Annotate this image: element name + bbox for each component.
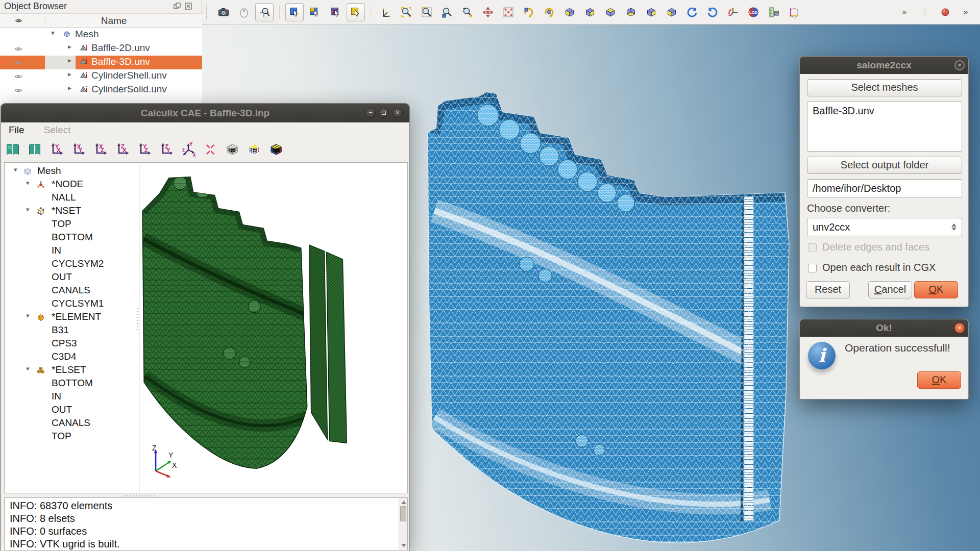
baffle-3d-mesh-green[interactable]: Z Y X [139, 163, 407, 493]
undock-panel-icon[interactable] [174, 3, 181, 10]
front-view-icon[interactable] [560, 3, 579, 21]
select-meshes-button[interactable]: Select meshes [807, 79, 962, 96]
ok-button[interactable]: OK [917, 371, 961, 389]
tree-item[interactable]: TOP [5, 431, 139, 444]
fit-view-icon[interactable] [203, 142, 218, 157]
surface-edges-view-icon[interactable] [268, 142, 284, 157]
salome2ccx-titlebar[interactable]: salome2ccx × [800, 57, 968, 74]
close-dialog-icon[interactable]: × [954, 60, 965, 70]
scroll-down-icon[interactable] [401, 544, 406, 547]
horizontal-splitter[interactable] [124, 495, 156, 496]
rotate-right-icon[interactable] [703, 3, 722, 21]
visibility-eye-icon[interactable] [14, 86, 23, 95]
scroll-thumb[interactable] [400, 506, 406, 521]
toolbar-handle-icon[interactable] [916, 3, 934, 21]
tree-item[interactable]: OUT [5, 404, 139, 417]
reset-button[interactable]: Reset [806, 281, 850, 298]
expander-icon[interactable]: ▸ [68, 42, 71, 51]
tree-item[interactable]: ▾Mesh [5, 165, 139, 179]
expander-icon[interactable]: ▸ [68, 56, 71, 64]
open-inp-icon[interactable] [5, 142, 20, 157]
tree-item[interactable]: OUT [5, 271, 139, 285]
view-iso-icon[interactable]: Yzx [181, 142, 196, 157]
rotation-point-icon[interactable] [540, 3, 558, 21]
zoom-in-icon[interactable] [458, 3, 477, 21]
open-inp-alt-icon[interactable] [27, 142, 42, 157]
name-column-header[interactable]: Name [45, 14, 183, 28]
view-xz-icon[interactable]: XZ [93, 142, 108, 157]
cancel-button[interactable]: Cancel [868, 281, 912, 298]
expander-icon[interactable]: ▾ [26, 312, 30, 319]
pan-icon[interactable] [479, 3, 497, 21]
expander-icon[interactable]: ▸ [68, 84, 71, 92]
tree-item[interactable]: CANALS [5, 417, 139, 431]
record-icon[interactable] [936, 3, 954, 21]
wireframe-view-icon[interactable] [225, 142, 240, 157]
ok-dialog-titlebar[interactable]: Ok! × [800, 319, 968, 337]
output-path-input[interactable]: /home/ihor/Desktop [807, 179, 962, 197]
scaling-icon[interactable] [765, 3, 783, 21]
surface-view-icon[interactable] [247, 142, 262, 157]
expander-icon[interactable]: ▾ [14, 166, 17, 173]
view-zx-icon[interactable]: ZX [115, 142, 130, 157]
open-cgx-checkbox[interactable] [808, 264, 817, 272]
zoom-area-icon[interactable] [397, 3, 415, 21]
calculix-3d-viewport[interactable]: Z Y X [139, 162, 408, 493]
spinner-arrows-icon[interactable] [951, 222, 957, 232]
object-browser-row[interactable]: ▾Mesh [0, 28, 202, 42]
expander-icon[interactable]: ▾ [26, 206, 30, 213]
focal-point-selection-icon[interactable] [255, 3, 274, 21]
tree-item[interactable]: NALL [5, 192, 139, 205]
converter-select[interactable]: unv2ccx [807, 218, 962, 236]
tree-item[interactable]: IN [5, 245, 139, 258]
bottom-view-icon[interactable] [622, 3, 640, 21]
zoom-out-icon[interactable] [438, 3, 456, 21]
expander-icon[interactable]: ▾ [26, 179, 30, 187]
view-yz-icon[interactable]: YZ [137, 142, 152, 157]
actor-selection-icon[interactable] [347, 3, 365, 21]
view-xy-icon[interactable]: XY [71, 142, 86, 157]
scroll-up-icon[interactable] [401, 500, 406, 504]
object-browser-row[interactable]: ▸Baffle-3D.unv [0, 56, 202, 69]
right-view-icon[interactable] [663, 3, 681, 21]
toolbar-extension-icon[interactable]: » [895, 3, 914, 21]
close-button[interactable]: × [393, 108, 403, 118]
tree-item[interactable]: BOTTOM [5, 232, 139, 245]
close-panel-icon[interactable] [185, 3, 192, 10]
maximize-button[interactable] [379, 108, 389, 118]
lod-icon[interactable]: LOD [744, 3, 763, 21]
back-view-icon[interactable] [581, 3, 599, 21]
dump-view-icon[interactable] [214, 3, 233, 21]
menu-file[interactable]: File [9, 124, 24, 136]
tree-item[interactable]: C3D4 [5, 351, 139, 364]
global-pan-icon[interactable] [499, 3, 518, 21]
node-selection-icon[interactable] [285, 3, 304, 21]
visibility-eye-icon[interactable] [14, 72, 23, 81]
expander-icon[interactable]: ▾ [51, 29, 55, 37]
tree-item[interactable]: TOP [5, 218, 139, 232]
tree-item[interactable]: CPS3 [5, 338, 139, 351]
tree-item[interactable]: ▾*NSET [5, 205, 139, 218]
reset-rotation-icon[interactable] [724, 3, 742, 21]
tree-item[interactable]: CYCLSYM1 [5, 298, 139, 311]
show-trihedron-icon[interactable] [377, 3, 395, 21]
view-yx-icon[interactable]: YX [49, 142, 64, 157]
ok-button[interactable]: OK [914, 281, 958, 298]
rotate-icon[interactable] [520, 3, 538, 21]
mesh-list-item[interactable]: Baffle-3D.unv [813, 105, 957, 117]
tree-item[interactable]: B31 [5, 324, 139, 338]
tree-item[interactable]: CYCLSYM2 [5, 258, 139, 271]
top-view-icon[interactable] [601, 3, 620, 21]
select-output-folder-button[interactable]: Select output folder [807, 157, 962, 174]
close-dialog-icon[interactable]: × [954, 323, 965, 333]
interaction-style-icon[interactable] [235, 3, 253, 21]
zoom-border-icon[interactable] [418, 3, 436, 21]
expander-icon[interactable]: ▸ [68, 70, 71, 78]
rotate-left-icon[interactable] [683, 3, 701, 21]
left-view-icon[interactable] [642, 3, 660, 21]
tree-item[interactable]: ▾*NODE [5, 179, 139, 192]
object-browser-row[interactable]: ▸Baffle-2D.unv [0, 42, 202, 56]
visibility-eye-icon[interactable] [14, 44, 23, 54]
tree-item[interactable]: CANALS [5, 285, 139, 298]
tree-item[interactable]: IN [5, 391, 139, 404]
